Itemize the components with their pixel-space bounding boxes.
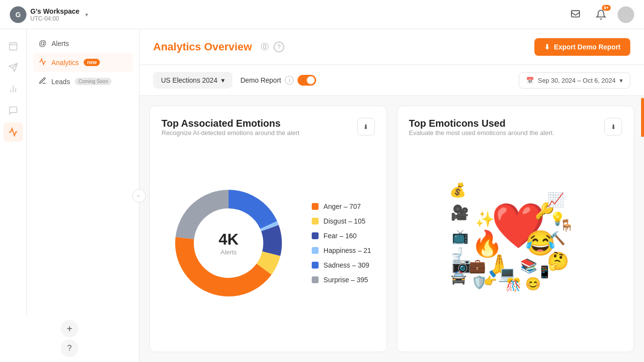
emoticons-card-title: Top Emoticons Used [409,118,554,129]
emoji-chart: 📈 [547,192,564,208]
sidebar-icon-column [0,29,27,315]
emotions-card-title: Top Associated Emotions [161,118,299,129]
calendar-icon: 📅 [526,77,534,84]
sidebar-item-leads-label: Leads [51,78,70,86]
happiness-label: Happiness – 21 [323,247,371,254]
emoji-police-car: 🚔 [451,270,466,285]
emoji-hammer: 🔨 [550,231,565,246]
emoticons-card-subtitle: Evaluate the most used emoticons around … [409,129,554,136]
sidebar-add-button[interactable]: + [61,320,78,338]
sidebar: @ Alerts Analytics new Leads Coming Soon [0,29,139,362]
workspace-dropdown-icon[interactable]: ▾ [85,11,88,18]
sidebar-collapse-button[interactable]: ← [132,189,146,203]
sidebar-icon-analytics[interactable] [3,122,23,142]
emotions-card-subtitle: Recognize AI-detected emotions around th… [161,129,299,136]
fear-dot [312,232,319,239]
page-title: Analytics Overview [153,41,252,53]
legend-happiness: Happiness – 21 [312,247,371,254]
workspace-selector[interactable]: G G's Workspace UTC-04:00 ▾ [10,6,88,23]
disgust-label: Disgust – 105 [323,217,366,225]
emotions-legend: Anger – 707 Disgust – 105 Fear – 160 [312,203,371,284]
emoji-books: 📚 [520,258,537,274]
sidebar-item-alerts[interactable]: @ Alerts [33,34,133,53]
fear-label: Fear – 160 [323,232,357,240]
emoji-cloud: ❤️ 🔥 😂 🙏 📷 📺 🎥 🔑 [442,175,589,312]
add-icon: + [67,323,72,335]
analytics-new-badge: new [84,59,100,66]
download-icon: ⬇ [544,43,550,51]
emoticons-card: Top Emoticons Used Evaluate the most use… [397,106,635,352]
workspace-avatar: G [10,6,26,23]
main-content: Analytics Overview ⓪ ? ⬇ Export Demo Rep… [139,29,644,362]
date-range-picker[interactable]: 📅 Sep 30, 2024 – Oct 6, 2024 ▾ [519,72,630,89]
demo-report-toggle: Demo Report i [240,75,316,86]
emoji-video-camera: 🎥 [451,204,469,222]
sidebar-item-alerts-label: Alerts [51,40,69,47]
emoji-chair: 🪑 [559,219,574,233]
leads-coming-soon-badge: Coming Soon [75,78,112,85]
emoji-pointing-finger: 👉 [483,275,497,288]
analytics-icon [39,58,46,67]
svg-rect-1 [10,43,17,50]
topbar-actions: 9+ [567,6,634,23]
sidebar-item-leads[interactable]: Leads Coming Soon [33,72,133,91]
date-range-label: Sep 30, 2024 – Oct 6, 2024 [538,77,616,84]
emoji-toilet: 🚽 [450,247,464,261]
workspace-info: G's Workspace UTC-04:00 [30,7,79,22]
leads-icon [39,77,46,86]
sidebar-icon-home[interactable] [3,36,23,56]
anger-label: Anger – 707 [323,203,361,210]
emoticons-display: ❤️ 🔥 😂 🙏 📷 📺 🎥 🔑 [409,146,622,340]
sidebar-help-button[interactable]: ? [61,339,78,357]
emoji-briefcase: 💼 [469,258,486,274]
sidebar-icon-chat[interactable] [3,101,23,120]
sidebar-item-analytics[interactable]: Analytics new [33,53,133,72]
emoji-sparkle: ✨ [475,210,495,228]
surprise-dot [312,276,319,283]
filter-bar: US Elections 2024 ▾ Demo Report i 📅 Sep … [139,65,644,96]
legend-disgust: Disgust – 105 [312,217,371,225]
info-icon[interactable]: ? [274,42,284,52]
help-circle-icon[interactable]: ⓪ [261,42,269,52]
emoticons-card-header: Top Emoticons Used Evaluate the most use… [409,118,622,144]
topic-label: US Elections 2024 [161,76,217,84]
emoji-confetti: 🎊 [506,277,521,293]
emotions-download-button[interactable]: ⬇ [357,118,375,136]
disgust-dot [312,218,319,225]
emoji-smiley: 😊 [525,276,541,292]
sadness-dot [312,262,319,269]
download-icon-emoticons: ⬇ [611,123,616,131]
workspace-timezone: UTC-04:00 [30,15,79,22]
legend-surprise: Surprise – 395 [312,276,371,284]
alerts-icon: @ [39,39,46,48]
donut-center-value: 4K [219,230,239,249]
info-icon-demo: i [285,76,294,85]
emoji-tv: 📺 [452,228,469,245]
emoticons-download-button[interactable]: ⬇ [604,118,622,136]
happiness-dot [312,247,319,254]
demo-report-toggle-switch[interactable] [298,75,316,86]
emotions-card: Top Associated Emotions Recognize AI-det… [149,106,387,352]
demo-report-label: Demo Report [240,76,281,84]
donut-center-label: Alerts [219,249,239,256]
anger-dot [312,203,319,210]
legend-fear: Fear – 160 [312,232,371,240]
export-demo-report-button[interactable]: ⬇ Export Demo Report [534,38,630,56]
content-area: Top Associated Emotions Recognize AI-det… [139,96,644,362]
donut-chart: 4K Alerts [165,180,292,307]
donut-center: 4K Alerts [219,230,239,256]
topic-filter-dropdown[interactable]: US Elections 2024 ▾ [153,72,232,89]
scrollbar-indicator[interactable] [641,98,644,137]
sidebar-bottom: + ? [0,315,139,362]
messages-button[interactable] [567,6,584,23]
download-icon-emotions: ⬇ [363,123,368,131]
sidebar-icon-send[interactable] [3,58,23,77]
sadness-label: Sadness – 309 [323,261,369,269]
user-avatar[interactable] [618,6,634,23]
sidebar-icon-chart[interactable] [3,79,23,99]
notification-badge: 9+ [602,5,611,11]
emoji-money: 💰 [449,182,466,199]
main-header: Analytics Overview ⓪ ? ⬇ Export Demo Rep… [139,29,644,65]
notifications-button[interactable]: 9+ [592,6,610,23]
sidebar-menu: @ Alerts Analytics new Leads Coming Soon [27,29,139,315]
